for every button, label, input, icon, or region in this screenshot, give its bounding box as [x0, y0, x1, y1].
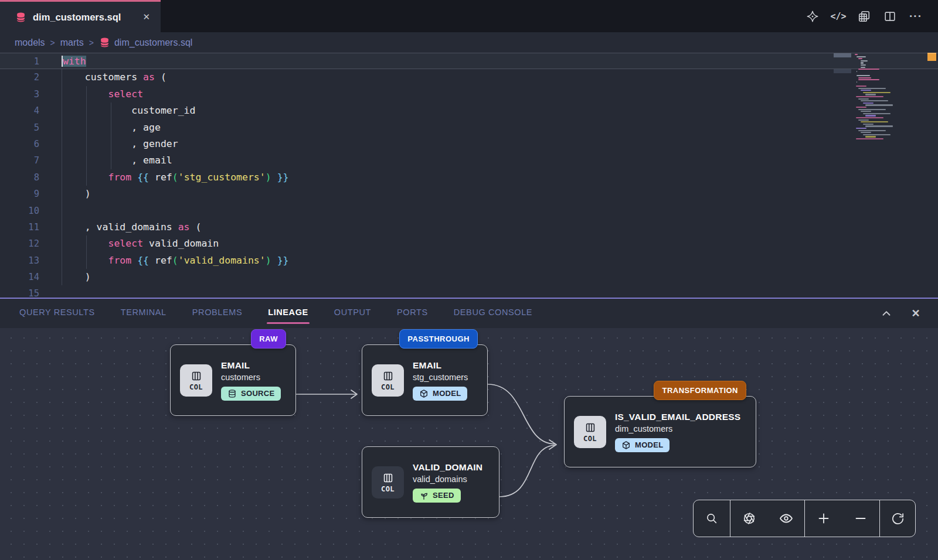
code-line-14[interactable]: 14 ) [0, 269, 938, 285]
line-number: 9 [0, 186, 62, 202]
tab-bar-actions: </>··· [806, 0, 938, 32]
code-text: ) [62, 186, 91, 202]
search-button[interactable] [700, 507, 723, 530]
code-text: , valid_domains as ( [62, 219, 201, 235]
aperture-button[interactable] [738, 507, 761, 530]
lineage-node-valid_domains[interactable]: COLVALID_DOMAINvalid_domainsSEED [362, 446, 499, 518]
panel-tab-problems[interactable]: PROBLEMS [192, 304, 242, 323]
code-line-13[interactable]: 13 from {{ ref('valid_domains') }} [0, 252, 938, 269]
breadcrumb-item-dim_customers-sql[interactable]: dim_customers.sql [99, 37, 192, 48]
line-number: 6 [0, 136, 62, 152]
toolbar-group [730, 500, 805, 537]
code-line-11[interactable]: 11 , valid_domains as ( [0, 219, 938, 235]
sprout-icon [419, 491, 429, 500]
code-lines: 1with2 customers as (3 select4 customer_… [0, 53, 938, 298]
code-view-icon[interactable]: </> [831, 9, 845, 23]
code-text: from {{ ref('stg_customers') }} [62, 169, 289, 186]
edge-stg-to-dim [488, 384, 555, 444]
passthrough-badge: PASSTHROUGH [399, 329, 478, 349]
code-text: ) [62, 269, 91, 285]
code-line-12[interactable]: 12 select valid_domain [0, 235, 938, 252]
column-chip: COL [574, 416, 606, 448]
panel-tab-debug-console[interactable]: DEBUG CONSOLE [454, 304, 532, 323]
line-number: 3 [0, 86, 62, 103]
line-number: 4 [0, 103, 62, 119]
lineage-node-dim_customers[interactable]: TRANSFORMATIONCOLIS_VALID_EMAIL_ADDRESSd… [564, 396, 756, 467]
minimap[interactable] [852, 53, 922, 146]
minimap-selection [834, 53, 851, 57]
eye-button[interactable] [774, 507, 798, 530]
close-panel-icon[interactable]: ✕ [909, 306, 923, 320]
refresh-button[interactable] [886, 507, 909, 530]
node-title: EMAIL [221, 360, 250, 371]
code-text: , gender [62, 136, 178, 152]
tab-dim-customers[interactable]: dim_customers.sql ✕ [0, 0, 161, 32]
model-type-badge: MODEL [615, 438, 669, 452]
node-subtitle: dim_customers [615, 424, 672, 433]
breadcrumb-separator: > [50, 38, 55, 47]
model-type-badge: MODEL [413, 387, 467, 401]
database-icon [227, 389, 237, 398]
code-line-7[interactable]: 7 , email [0, 152, 938, 169]
panel-tab-terminal[interactable]: TERMINAL [121, 304, 166, 323]
code-line-3[interactable]: 3 select [0, 86, 938, 103]
panel-tab-query-results[interactable]: QUERY RESULTS [19, 304, 95, 323]
column-chip: COL [372, 466, 404, 498]
lineage-node-stg_customers[interactable]: PASSTHROUGHCOLEMAILstg_customersMODEL [362, 344, 488, 416]
minimap-selection [834, 69, 851, 73]
code-line-10[interactable]: 10 [0, 203, 938, 219]
code-editor[interactable]: 1with2 customers as (3 select4 customer_… [0, 53, 938, 298]
code-line-8[interactable]: 8 from {{ ref('stg_customers') }} [0, 169, 938, 186]
panel-tabs: QUERY RESULTSTERMINALPROBLEMSLINEAGEOUTP… [19, 304, 532, 323]
lineage-canvas[interactable]: RAWCOLEMAILcustomersSOURCEPASSTHROUGHCOL… [0, 328, 938, 560]
raw-badge: RAW [251, 329, 286, 349]
code-line-1[interactable]: 1with [0, 53, 938, 69]
zoom-in-button[interactable] [812, 507, 835, 530]
close-tab-icon[interactable]: ✕ [142, 12, 150, 22]
code-line-6[interactable]: 6 , gender [0, 136, 938, 152]
transformation-badge: TRANSFORMATION [654, 381, 746, 400]
cube-icon [419, 389, 429, 398]
code-line-9[interactable]: 9 ) [0, 186, 938, 202]
collapse-panel-icon[interactable] [879, 306, 893, 320]
columns-icon [381, 370, 395, 383]
code-text: customer_id [62, 103, 195, 119]
code-text: with [62, 53, 86, 69]
panel-actions: ✕ [879, 306, 938, 320]
toolbar-group [694, 500, 730, 537]
node-subtitle: valid_domains [413, 474, 467, 484]
breadcrumb-item-models[interactable]: models [15, 37, 45, 48]
duplicate-table-icon[interactable] [857, 9, 871, 23]
line-number: 13 [0, 252, 62, 269]
line-number: 11 [0, 219, 62, 235]
lineage-node-customers[interactable]: RAWCOLEMAILcustomersSOURCE [170, 344, 296, 416]
columns-icon [381, 472, 395, 484]
columns-icon [189, 370, 203, 383]
zoom-out-button[interactable] [849, 507, 872, 530]
database-icon [15, 12, 26, 23]
seed-type-badge: SEED [413, 489, 461, 503]
panel-tab-ports[interactable]: PORTS [397, 304, 428, 323]
code-text: select [62, 86, 143, 103]
breadcrumb: models>marts>dim_customers.sql [0, 32, 938, 53]
code-line-2[interactable]: 2 customers as ( [0, 69, 938, 86]
more-options-icon[interactable]: ··· [909, 9, 923, 23]
panel-tab-output[interactable]: OUTPUT [334, 304, 371, 323]
breadcrumb-item-marts[interactable]: marts [60, 37, 84, 48]
column-chip-label: COL [381, 485, 395, 493]
indent-guide [111, 103, 111, 169]
code-text: select valid_domain [62, 235, 219, 252]
node-title: VALID_DOMAIN [413, 462, 482, 473]
line-number: 10 [0, 203, 62, 219]
split-editor-icon[interactable] [883, 9, 897, 23]
line-number: 5 [0, 119, 62, 136]
source-type-badge: SOURCE [221, 387, 281, 401]
code-line-4[interactable]: 4 customer_id [0, 103, 938, 119]
line-number: 12 [0, 235, 62, 252]
panel-tab-lineage[interactable]: LINEAGE [268, 304, 308, 323]
code-text: , email [62, 152, 172, 169]
bottom-panel-header: QUERY RESULTSTERMINALPROBLEMSLINEAGEOUTP… [0, 298, 938, 328]
dbt-format-icon[interactable] [806, 9, 820, 23]
code-line-15[interactable]: 15 [0, 285, 938, 298]
code-line-5[interactable]: 5 , age [0, 119, 938, 136]
